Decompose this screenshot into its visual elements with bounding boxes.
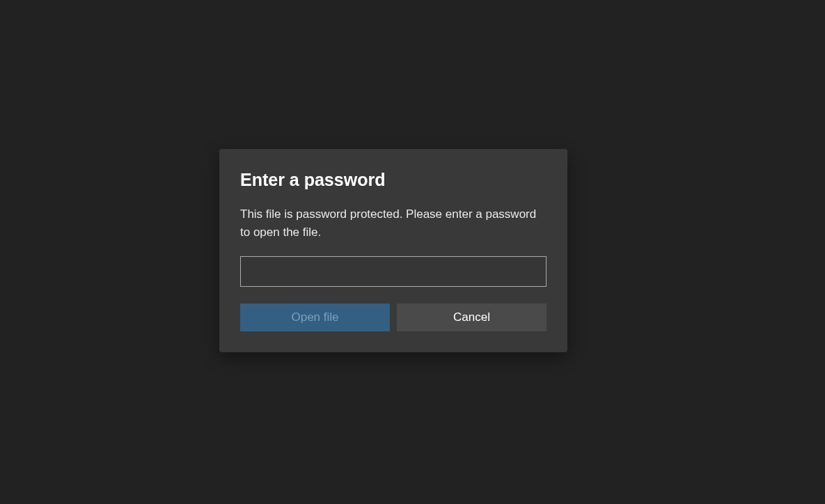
cancel-button[interactable]: Cancel: [397, 304, 547, 331]
dialog-title: Enter a password: [240, 170, 547, 190]
open-file-button[interactable]: Open file: [240, 304, 390, 331]
password-input[interactable]: [240, 256, 547, 287]
password-dialog: Enter a password This file is password p…: [219, 149, 567, 352]
dialog-description: This file is password protected. Please …: [240, 205, 547, 241]
dialog-button-row: Open file Cancel: [240, 304, 547, 331]
